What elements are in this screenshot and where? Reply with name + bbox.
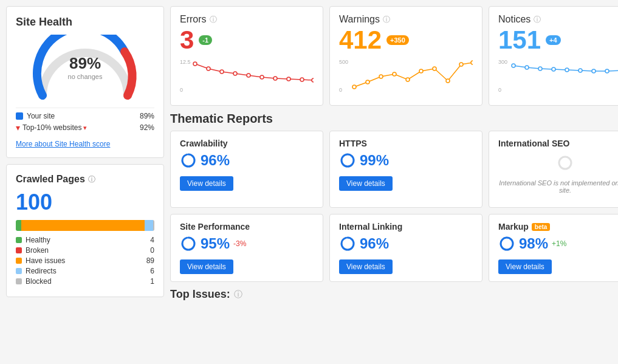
errors-info-icon[interactable]: ⓘ [210, 15, 217, 25]
notices-chart: 300 0 [498, 57, 618, 98]
thematic-section: Thematic Reports Crawlability 96% View d… [170, 112, 618, 282]
legend-redirects: Redirects 6 [16, 267, 154, 275]
redirects-label: Redirects [26, 267, 57, 275]
markup-circle-icon [498, 235, 515, 252]
notices-number: 151 [498, 27, 541, 53]
svg-point-27 [525, 66, 529, 69]
legend-blocked: Blocked 1 [16, 277, 154, 286]
top10-label: Top-10% websites [22, 123, 81, 132]
errors-card: Errors ⓘ 3 -1 12.5 0 [170, 6, 323, 106]
site-performance-title: Site Performance [180, 222, 314, 232]
svg-point-23 [471, 61, 473, 64]
healthy-label: Healthy [26, 236, 50, 244]
crawlability-score: 96% [201, 152, 230, 169]
svg-point-8 [273, 77, 277, 80]
svg-point-7 [260, 75, 264, 79]
blocked-label: Blocked [26, 277, 52, 286]
svg-text:500: 500 [339, 59, 348, 65]
svg-point-5 [233, 72, 237, 75]
notices-number-row: 151 +4 [498, 27, 618, 53]
https-score-row: 99% [339, 152, 473, 169]
svg-point-2 [193, 62, 197, 66]
issues-label: Have issues [26, 256, 65, 265]
bar-redirects [145, 220, 153, 231]
site-performance-change: -3% [233, 239, 246, 248]
svg-point-6 [247, 74, 250, 77]
errors-number-row: 3 -1 [180, 27, 314, 53]
bar-healthy [16, 220, 21, 231]
notices-label: Notices [498, 14, 530, 25]
svg-point-28 [538, 67, 542, 70]
internal-linking-circle-icon [339, 235, 356, 252]
markup-score-row: 98% +1% [498, 235, 618, 252]
svg-point-33 [605, 69, 609, 73]
right-panel: Errors ⓘ 3 -1 12.5 0 [170, 6, 618, 358]
svg-text:0: 0 [498, 87, 501, 93]
svg-point-32 [592, 69, 596, 73]
top10-arrow-icon: ▾ [16, 123, 20, 132]
intl-seo-desc: International SEO is not implemented on … [498, 179, 618, 194]
crawlability-circle-icon [180, 152, 197, 169]
site-performance-score: 95% [201, 235, 230, 252]
top10-down-icon: ▾ [83, 124, 87, 132]
svg-point-11 [312, 78, 314, 82]
notices-card: Notices ⓘ 151 +4 300 0 [489, 6, 618, 106]
svg-point-14 [352, 85, 356, 89]
report-https: HTTPS 99% View details [329, 131, 482, 208]
more-about-link[interactable]: More about Site Health score [16, 140, 110, 148]
svg-point-40 [559, 157, 571, 169]
warnings-info-icon[interactable]: ⓘ [383, 15, 390, 25]
internal-linking-label: Internal Linking [339, 222, 402, 232]
gauge-percent: 89% [68, 53, 103, 72]
svg-point-39 [342, 154, 354, 167]
your-site-value: 89% [140, 112, 154, 120]
legend-top10: ▾ Top-10% websites ▾ 92% [16, 123, 154, 132]
redirects-dot [16, 268, 22, 274]
https-title: HTTPS [339, 139, 473, 148]
notices-info-icon[interactable]: ⓘ [534, 15, 541, 25]
warnings-number: 412 [339, 27, 382, 53]
report-site-performance: Site Performance 95% -3% View details [170, 214, 323, 282]
warnings-card: Warnings ⓘ 412 +350 500 0 [329, 6, 482, 106]
markup-view-details[interactable]: View details [498, 259, 552, 274]
internal-linking-title: Internal Linking [339, 222, 473, 232]
broken-dot [16, 247, 22, 253]
markup-change: +1% [552, 239, 566, 248]
svg-point-29 [552, 67, 555, 71]
markup-score: 98% [519, 235, 548, 252]
gauge-label: no changes [68, 72, 103, 80]
svg-text:300: 300 [498, 59, 507, 65]
intl-seo-circle-icon [557, 154, 574, 171]
issues-value: 89 [146, 256, 154, 265]
top-issues-info-icon: ⓘ [234, 289, 242, 300]
svg-point-4 [220, 70, 224, 74]
reports-grid: Crawlability 96% View details HTTPS [170, 131, 618, 282]
report-markup: Markup beta 98% +1% View details [489, 214, 618, 282]
crawled-pages-card: Crawled Pages ⓘ 100 Healthy 4 [6, 164, 164, 297]
blocked-dot [16, 278, 22, 284]
report-crawlability: Crawlability 96% View details [170, 131, 323, 208]
issues-dot [16, 258, 22, 264]
svg-point-22 [459, 63, 463, 66]
crawled-bar [16, 220, 154, 231]
internal-linking-score: 96% [360, 235, 389, 252]
internal-linking-view-details[interactable]: View details [339, 259, 393, 274]
https-label: HTTPS [339, 139, 367, 148]
warnings-label: Warnings [339, 14, 380, 25]
svg-point-21 [446, 79, 450, 83]
errors-number: 3 [180, 27, 194, 53]
report-intl-seo: International SEO International SEO is n… [489, 131, 618, 208]
svg-point-17 [393, 72, 396, 76]
https-view-details[interactable]: View details [339, 176, 393, 191]
markup-beta-badge: beta [532, 223, 551, 231]
markup-title: Markup beta [498, 222, 618, 232]
healthy-value: 4 [150, 236, 154, 244]
warnings-badge: +350 [386, 35, 409, 45]
crawlability-view-details[interactable]: View details [180, 176, 233, 191]
site-performance-view-details[interactable]: View details [180, 259, 233, 274]
crawlability-score-row: 96% [180, 152, 314, 169]
svg-point-37 [182, 154, 194, 167]
legend-your-site: Your site 89% [16, 112, 154, 120]
thematic-title: Thematic Reports [170, 112, 618, 126]
site-performance-circle-icon [180, 235, 197, 252]
